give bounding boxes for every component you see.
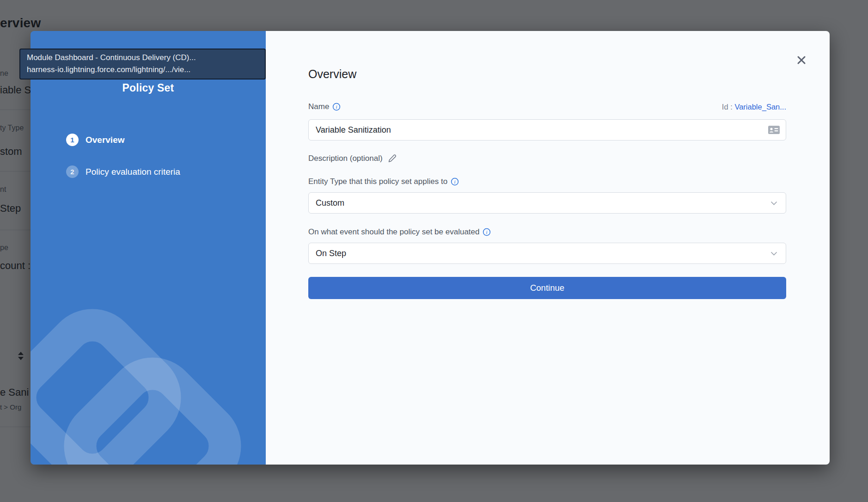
- event-label-text: On what event should the policy set be e…: [308, 227, 479, 237]
- page-title: Overview: [308, 67, 786, 81]
- policy-set-dialog: Policy Set 1 Overview 2 Policy evaluatio…: [31, 31, 830, 465]
- chevron-down-icon: [770, 201, 777, 205]
- svg-text:i: i: [336, 104, 337, 110]
- event-label: On what event should the policy set be e…: [308, 227, 786, 237]
- tooltip-url: harness-io.lightning.force.com/lightning…: [27, 64, 258, 76]
- harness-logo-watermark: [31, 252, 266, 465]
- entity-id: Id : Variable_San...: [722, 103, 786, 111]
- svg-text:i: i: [454, 179, 456, 184]
- step-policy-evaluation-criteria[interactable]: 2 Policy evaluation criteria: [66, 165, 180, 178]
- name-input[interactable]: [308, 119, 786, 141]
- close-button[interactable]: [793, 51, 810, 69]
- svg-text:i: i: [486, 229, 488, 235]
- chevron-down-icon: [770, 251, 777, 256]
- entity-type-label-text: Entity Type that this policy set applies…: [308, 177, 447, 186]
- description-label: Description (optional): [308, 154, 383, 163]
- continue-button[interactable]: Continue: [308, 277, 786, 299]
- step-label: Overview: [86, 135, 125, 145]
- step-label: Policy evaluation criteria: [86, 167, 180, 177]
- entity-type-label: Entity Type that this policy set applies…: [308, 177, 786, 186]
- edit-pencil-icon[interactable]: [388, 154, 397, 163]
- wizard-sidebar: Policy Set 1 Overview 2 Policy evaluatio…: [31, 31, 266, 465]
- overview-form-panel: Overview Name i Id : Variable_San... Des…: [266, 31, 830, 465]
- name-label-text: Name: [308, 102, 329, 111]
- event-value: On Step: [316, 249, 346, 258]
- entity-id-link[interactable]: Variable_San...: [734, 103, 786, 111]
- close-icon: [796, 55, 807, 66]
- step-overview[interactable]: 1 Overview: [66, 134, 180, 146]
- info-icon[interactable]: i: [332, 103, 341, 111]
- link-preview-tooltip: Module Dashboard - Continuous Delivery (…: [19, 49, 266, 80]
- entity-type-select[interactable]: Custom: [308, 192, 786, 214]
- step-number-badge: 2: [66, 165, 79, 178]
- tooltip-title: Module Dashboard - Continuous Delivery (…: [27, 52, 258, 64]
- entity-type-value: Custom: [316, 198, 344, 208]
- info-icon[interactable]: i: [451, 178, 459, 186]
- info-icon[interactable]: i: [483, 228, 491, 236]
- id-card-icon[interactable]: [768, 126, 780, 136]
- id-prefix: Id :: [722, 103, 733, 111]
- step-number-badge: 1: [66, 134, 79, 146]
- name-field-label: Name i: [308, 102, 341, 111]
- wizard-title: Policy Set: [31, 82, 266, 94]
- wizard-steps: 1 Overview 2 Policy evaluation criteria: [66, 134, 180, 197]
- event-select[interactable]: On Step: [308, 243, 786, 264]
